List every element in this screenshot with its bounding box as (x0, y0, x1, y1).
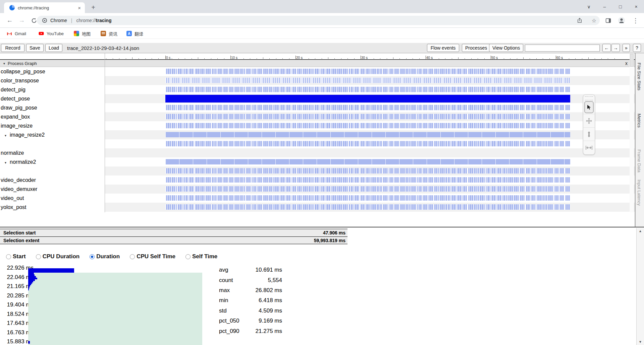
more-tools-button[interactable]: » (623, 44, 630, 52)
side-tab-file-size-stats[interactable]: File Size Stats (637, 63, 642, 90)
track-timeline-cell[interactable] (105, 76, 635, 85)
track-label[interactable]: normalize (0, 148, 105, 157)
track-label[interactable] (0, 166, 105, 176)
scroll-up-icon[interactable]: ▲ (637, 229, 644, 233)
bookmark-star-icon[interactable]: ☆ (588, 17, 600, 24)
track-timeline-cell[interactable] (105, 203, 635, 212)
expand-triangle-icon[interactable]: ▾ (5, 161, 6, 164)
back-icon[interactable]: ← (5, 13, 15, 28)
load-button[interactable]: Load (45, 44, 62, 52)
tab-close-icon[interactable]: × (76, 5, 82, 11)
expand-triangle-icon[interactable]: ▾ (5, 134, 6, 137)
scrollbar-thumb[interactable] (630, 54, 634, 67)
trace-band-striped[interactable] (165, 186, 570, 192)
radio-button[interactable] (36, 254, 41, 259)
track-timeline-cell[interactable] (105, 67, 635, 76)
trace-band-dense[interactable] (165, 132, 570, 137)
collapse-triangle-icon[interactable]: ▾ (3, 62, 5, 65)
side-tab-input-latency[interactable]: Input Latency (637, 180, 642, 206)
browser-tab[interactable]: chrome://tracing × (4, 2, 85, 13)
track-label[interactable]: yolox_post (0, 203, 105, 212)
track-label[interactable]: video_out (0, 194, 105, 203)
trace-band-dense[interactable] (165, 159, 570, 164)
bookmark-item-gmail[interactable]: Gmail (7, 28, 26, 39)
radio-start[interactable]: Start (6, 253, 26, 260)
forward-icon[interactable]: → (17, 13, 27, 28)
track-timeline-cell[interactable] (105, 112, 635, 121)
track-timeline-cell[interactable] (105, 139, 635, 148)
track-label[interactable]: collapse_pig_pose (0, 67, 105, 76)
trace-band-striped[interactable] (165, 105, 570, 110)
minimize-button[interactable]: – (597, 0, 612, 13)
bookmark-item-youtube[interactable]: YouTube (39, 28, 64, 39)
track-label[interactable]: image_resize (0, 121, 105, 130)
track-timeline-cell[interactable] (105, 121, 635, 130)
trace-band-striped[interactable] (165, 177, 570, 183)
track-timeline-cell[interactable] (105, 166, 635, 176)
track-timeline-cell[interactable] (105, 185, 635, 194)
radio-button[interactable] (6, 254, 11, 259)
flow-events-button[interactable]: Flow events (427, 44, 459, 52)
bookmark-item-maps[interactable]: 地图 (74, 28, 91, 39)
nav-right-button[interactable]: → (611, 44, 620, 52)
track-label[interactable]: video_decoder (0, 176, 105, 185)
record-button[interactable]: Record (1, 44, 24, 52)
trace-band-striped[interactable] (165, 204, 570, 210)
processes-button[interactable]: Processes (462, 44, 490, 52)
track-timeline-cell[interactable] (105, 176, 635, 185)
save-button[interactable]: Save (26, 44, 44, 52)
radio-button[interactable] (130, 254, 135, 259)
radio-button[interactable] (90, 254, 95, 259)
track-timeline-cell[interactable] (105, 130, 635, 139)
vertical-zoom-tool-button[interactable] (583, 127, 595, 141)
trace-band-striped[interactable] (165, 114, 570, 119)
process-graph-close-icon[interactable]: x (625, 61, 628, 66)
track-timeline-cell[interactable] (105, 148, 635, 157)
bookmark-item-news[interactable]: 资讯 (101, 28, 117, 39)
radio-cpu-duration[interactable]: CPU Duration (36, 253, 80, 260)
timing-measure-tool-button[interactable] (583, 141, 595, 154)
side-tab-metrics[interactable]: Metrics (637, 114, 642, 128)
trace-band-striped[interactable] (165, 141, 570, 146)
track-label[interactable]: detect_pig (0, 85, 105, 94)
profile-avatar[interactable] (616, 13, 627, 28)
track-timeline-cell[interactable] (105, 85, 635, 94)
maximize-button[interactable]: □ (612, 0, 628, 13)
track-timeline-cell[interactable] (105, 103, 635, 112)
track-label[interactable]: expand_box (0, 112, 105, 121)
side-tab-frame-data[interactable]: Frame Data (637, 149, 642, 172)
trace-band-striped[interactable] (165, 168, 570, 174)
pan-tool-button[interactable] (583, 114, 595, 127)
find-input[interactable] (525, 45, 600, 52)
share-icon[interactable] (577, 18, 588, 23)
track-timeline-cell[interactable] (105, 194, 635, 203)
select-tool-button[interactable] (583, 100, 595, 114)
radio-duration[interactable]: Duration (90, 253, 120, 260)
track-label[interactable]: video_demuxer (0, 185, 105, 194)
browser-menu-icon[interactable]: ⋮ (631, 13, 641, 28)
tab-search-icon[interactable]: ∨ (581, 0, 597, 13)
track-label[interactable] (0, 139, 105, 148)
view-options-button[interactable]: View Options (489, 44, 523, 52)
timeline-vertical-scrollbar[interactable] (630, 54, 634, 212)
new-tab-button[interactable]: + (89, 3, 98, 12)
radio-button[interactable] (185, 254, 191, 259)
close-button[interactable]: × (628, 0, 644, 13)
trace-band-striped[interactable] (165, 69, 570, 74)
address-bar[interactable]: Chrome | chrome:// tracing ☆ (37, 16, 600, 25)
help-button[interactable]: ? (633, 44, 641, 52)
track-label[interactable]: detect_pose (0, 94, 105, 103)
trace-band-striped[interactable] (165, 123, 570, 128)
bookmark-item-translate[interactable]: A翻译 (126, 28, 143, 39)
radio-self-time[interactable]: Self Time (185, 253, 217, 260)
trace-band-striped-light[interactable] (165, 78, 570, 83)
scroll-down-icon[interactable]: ▼ (637, 340, 644, 344)
track-label[interactable]: ▾image_resize2 (0, 130, 105, 139)
nav-left-button[interactable]: ← (602, 44, 611, 52)
radio-cpu-self-time[interactable]: CPU Self Time (130, 253, 175, 260)
track-timeline-cell[interactable] (105, 157, 635, 166)
process-graph-header[interactable]: ▾ Process Graph x (0, 60, 635, 67)
side-panel-icon[interactable] (603, 13, 613, 28)
trace-band-selected[interactable] (165, 95, 570, 102)
analysis-scrollbar[interactable]: ▲ ▼ (636, 228, 644, 345)
